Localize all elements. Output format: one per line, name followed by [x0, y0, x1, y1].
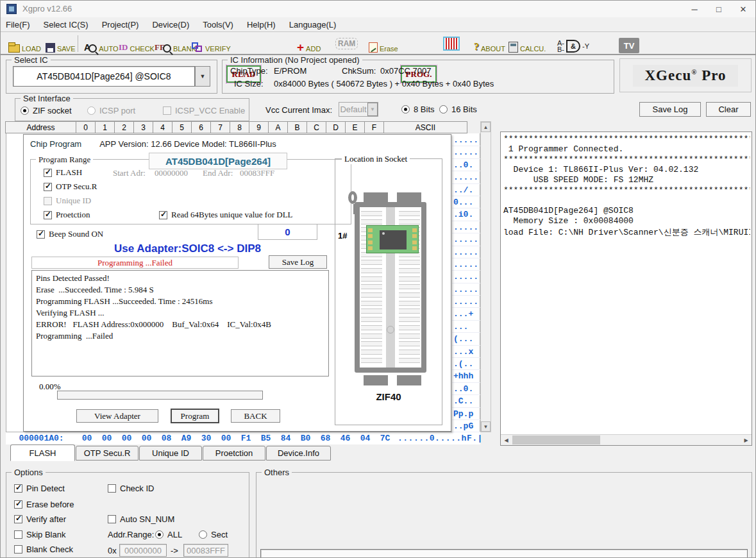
addr-range-all-radio[interactable]: ALL: [155, 530, 182, 539]
auto-button[interactable]: A AUTO: [84, 35, 118, 53]
blank-check-checkbox[interactable]: Blank Check: [14, 545, 73, 554]
hex-ascii-fragments: ............0......../.0....i0..........…: [452, 134, 480, 432]
hex-bottom-row[interactable]: 000001A0: 0000000008A93000F1B584B0684604…: [6, 432, 480, 444]
log-line: ERROR! FLASH Address:0x000000 Buf_Val:0x…: [36, 319, 324, 330]
log-line: Pins Detected Passed!: [36, 273, 324, 284]
hex-column-header: 0: [76, 121, 96, 133]
about-button[interactable]: ? ABOUT: [474, 35, 505, 53]
save-log-button[interactable]: Save Log: [639, 102, 701, 117]
otp-secur-checkbox[interactable]: OTP Secu.R: [44, 182, 97, 192]
range-to-input[interactable]: 00083FFF: [183, 544, 228, 557]
addr-range-label: Addr.Range:: [108, 530, 154, 539]
tab-device-info[interactable]: Device.Info: [266, 446, 331, 461]
tv-button[interactable]: TV: [619, 35, 639, 53]
ascii-fragment: (...: [452, 333, 480, 345]
clear-button[interactable]: Clear: [706, 102, 751, 117]
program-button[interactable]: Program: [171, 409, 219, 423]
flash-checkbox[interactable]: FLASH: [44, 167, 82, 178]
tab-flash[interactable]: FLASH: [10, 444, 75, 461]
radio-dot: [155, 530, 164, 539]
menu-item[interactable]: Project(P): [102, 20, 139, 30]
menu-item[interactable]: File(F): [6, 20, 30, 30]
load-button[interactable]: LOAD: [8, 35, 41, 53]
checkbox-box: [108, 484, 116, 493]
check-button[interactable]: ID CHECK: [119, 35, 155, 53]
range-arrow: ->: [171, 546, 178, 555]
hex-column-header: 3: [133, 121, 153, 133]
ascii-fragment: ...+: [452, 308, 480, 320]
tab-otp-secur[interactable]: OTP Secu.R: [76, 446, 139, 461]
erase-button[interactable]: Erase: [369, 35, 398, 53]
view-adapter-button[interactable]: View Adapter: [76, 409, 158, 423]
device-log-line: Device 1: TL866II-Plus Ver: 04.02.132: [503, 165, 750, 175]
range-from-input[interactable]: 00000000: [119, 544, 167, 557]
verify-button[interactable]: VERIFY: [192, 35, 231, 53]
minimize-button[interactable]: ─: [684, 1, 705, 17]
ram-button[interactable]: RAM: [335, 35, 358, 53]
hex-byte: B5: [256, 434, 276, 443]
verify-after-checkbox[interactable]: Verify after: [14, 514, 66, 524]
bits8-radio[interactable]: 8 Bits: [401, 105, 435, 114]
read64-checkbox[interactable]: Read 64Bytes unique value for DLL: [159, 210, 293, 220]
icsp-vcc-checkbox[interactable]: ICSP_VCC Enable: [163, 106, 245, 115]
add-button[interactable]: + ADD: [297, 35, 321, 53]
auto-sn-checkbox[interactable]: Auto SN_NUM: [108, 514, 174, 524]
device-log-line: load File: C:\NH Driver\Scanner\신분증 스캐너\…: [503, 226, 750, 237]
tab-protection[interactable]: Proetction: [203, 446, 265, 461]
hex-column-header: F: [364, 121, 384, 133]
erase-before-checkbox[interactable]: Erase before: [14, 500, 74, 509]
logic-gate-button[interactable]: A-B- & -Y: [557, 37, 589, 55]
back-button[interactable]: BACK: [231, 409, 280, 423]
icsp-port-radio[interactable]: ICSP port: [87, 106, 135, 115]
hex-header-row: Address 0123456789ABCDEF ASCII: [6, 121, 467, 133]
vcc-imax-select[interactable]: Default ▼: [339, 102, 378, 117]
protection-checkbox[interactable]: Proetction: [44, 210, 90, 220]
hex-byte: 00: [77, 434, 97, 443]
radio-dot: [439, 105, 448, 114]
hex-byte: 84: [276, 434, 296, 443]
device-log-hscrollbar[interactable]: ◀ ▶: [501, 434, 752, 445]
menu-item[interactable]: Device(D): [152, 20, 189, 30]
hex-vertical-scrollbar[interactable]: ▲ ▼: [480, 121, 491, 432]
dialog-save-log-button[interactable]: Save Log: [269, 255, 327, 269]
scrollbar-thumb[interactable]: [512, 435, 600, 444]
check-id-checkbox[interactable]: Check ID: [108, 484, 154, 493]
menu-item[interactable]: Select IC(S): [44, 20, 88, 30]
maximize-button[interactable]: □: [708, 1, 730, 17]
scroll-left-arrow[interactable]: ◀: [501, 435, 512, 445]
scroll-right-arrow[interactable]: ▶: [741, 435, 752, 445]
pin-detect-checkbox[interactable]: Pin Detect: [14, 484, 65, 493]
tab-unique-id[interactable]: Unique ID: [139, 446, 202, 461]
socket-tab: [397, 192, 421, 203]
menu-item[interactable]: Help(H): [247, 20, 276, 30]
ic-size-label: IC Size:: [234, 79, 264, 89]
others-group: Others: [256, 472, 752, 558]
ic-test-button[interactable]: [443, 35, 460, 53]
beep-checkbox[interactable]: Beep Sound ON: [37, 229, 103, 239]
close-button[interactable]: ✕: [732, 1, 754, 17]
scroll-up-arrow[interactable]: ▲: [481, 122, 491, 132]
dialog-log[interactable]: Pins Detected Passed!Erase ...Succeeded.…: [31, 270, 329, 376]
ascii-fragment: .i0.: [452, 208, 480, 221]
id-icon: ID: [119, 42, 128, 53]
calcu-button[interactable]: CALCU.: [508, 35, 546, 53]
others-progress-bar: [260, 549, 748, 558]
skip-blank-checkbox[interactable]: Skip Blank: [14, 530, 65, 539]
ascii-fragment: .....: [452, 221, 480, 233]
unique-id-checkbox[interactable]: Unique ID: [44, 196, 91, 206]
save-button[interactable]: SAVE: [46, 35, 76, 53]
menu-item[interactable]: Language(L): [289, 20, 337, 30]
ic-select-combobox[interactable]: AT45DB041D[Page264] @SOIC8: [13, 66, 195, 87]
hex-byte: 00: [97, 434, 117, 443]
ic-select-dropdown-button[interactable]: ▼: [195, 66, 210, 87]
hex-column-header: 1: [95, 121, 115, 133]
checkbox-box: [44, 183, 52, 191]
select-ic-group: Select IC AT45DB041D[Page264] @SOIC8 ▼: [6, 60, 217, 94]
device-log-panel[interactable]: ****************************************…: [500, 131, 752, 446]
menu-item[interactable]: Tools(V): [203, 20, 233, 30]
zif-socket-radio[interactable]: ZIF socket: [21, 106, 72, 115]
scroll-down-arrow[interactable]: ▼: [481, 421, 491, 432]
blank-button[interactable]: FF BLANK: [155, 35, 196, 53]
bits16-radio[interactable]: 16 Bits: [439, 105, 477, 114]
addr-range-sect-radio[interactable]: Sect: [199, 530, 228, 539]
